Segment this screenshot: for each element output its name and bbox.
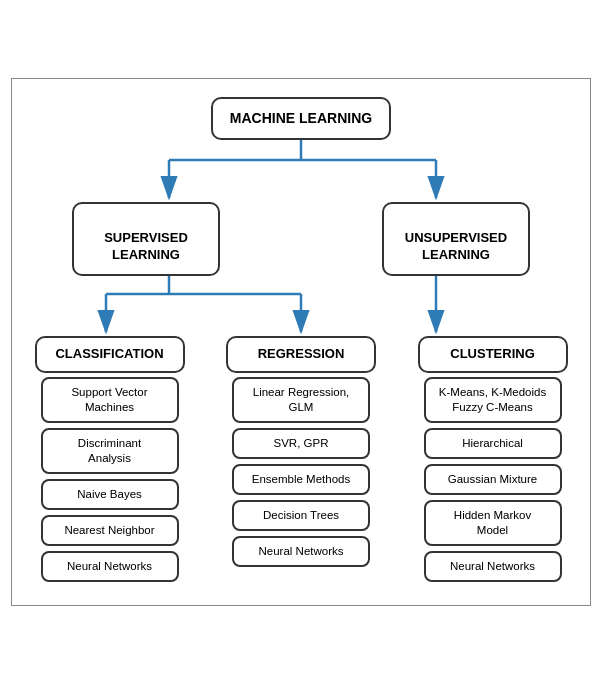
list-item: Decision Trees — [232, 500, 370, 531]
list-item: Neural Networks — [41, 551, 179, 582]
regression-col: REGRESSION Linear Regression,GLM SVR, GP… — [224, 336, 379, 586]
classification-items: Support VectorMachines DiscriminantAnaly… — [32, 377, 187, 587]
regression-label: REGRESSION — [258, 346, 345, 361]
clustering-label: CLUSTERING — [450, 346, 535, 361]
mid-arrows — [21, 276, 581, 344]
list-item: Support VectorMachines — [41, 377, 179, 423]
list-item: Hierarchical — [424, 428, 562, 459]
regression-header: REGRESSION — [226, 336, 376, 373]
list-item: Nearest Neighbor — [41, 515, 179, 546]
diagram-container: MACHINE LEARNING SUPERVISED LEARNING UNS… — [11, 78, 591, 605]
supervised-node: SUPERVISED LEARNING — [72, 202, 220, 277]
list-item: Ensemble Methods — [232, 464, 370, 495]
list-item: Neural Networks — [424, 551, 562, 582]
regression-items: Linear Regression,GLM SVR, GPR Ensemble … — [224, 377, 379, 572]
unsupervised-label: UNSUPERVISED LEARNING — [405, 230, 507, 262]
clustering-header: CLUSTERING — [418, 336, 568, 373]
root-label: MACHINE LEARNING — [230, 110, 372, 126]
classification-col: CLASSIFICATION Support VectorMachines Di… — [32, 336, 187, 586]
list-item: Naive Bayes — [41, 479, 179, 510]
list-item: Hidden MarkovModel — [424, 500, 562, 546]
list-item: Gaussian Mixture — [424, 464, 562, 495]
list-item: Neural Networks — [232, 536, 370, 567]
classification-header: CLASSIFICATION — [35, 336, 185, 373]
list-item: K-Means, K-MedoidsFuzzy C-Means — [424, 377, 562, 423]
unsupervised-node: UNSUPERVISED LEARNING — [382, 202, 530, 277]
top-arrows — [21, 140, 581, 210]
bottom-columns: CLASSIFICATION Support VectorMachines Di… — [22, 336, 580, 586]
supervised-label: SUPERVISED LEARNING — [104, 230, 188, 262]
clustering-items: K-Means, K-MedoidsFuzzy C-Means Hierarch… — [415, 377, 570, 587]
classification-label: CLASSIFICATION — [55, 346, 163, 361]
clustering-col: CLUSTERING K-Means, K-MedoidsFuzzy C-Mea… — [415, 336, 570, 586]
list-item: DiscriminantAnalysis — [41, 428, 179, 474]
root-node: MACHINE LEARNING — [211, 97, 391, 139]
list-item: Linear Regression,GLM — [232, 377, 370, 423]
list-item: SVR, GPR — [232, 428, 370, 459]
